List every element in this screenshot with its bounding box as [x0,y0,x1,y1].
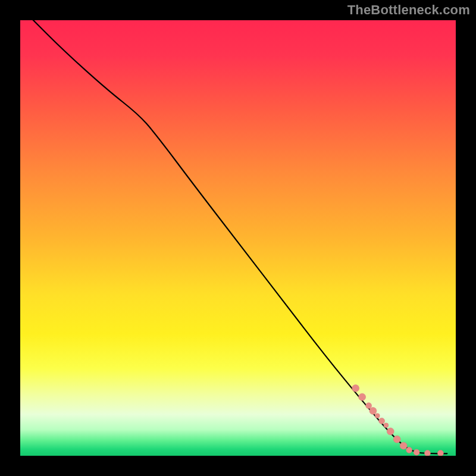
data-point [369,408,377,415]
data-point [352,385,359,392]
data-point [379,418,385,424]
curve-layer [20,20,456,456]
data-point [359,393,366,400]
bottleneck-curve [29,20,447,453]
data-point [366,403,372,409]
plot-area [20,20,456,456]
data-point [393,436,400,443]
data-point [384,423,389,428]
data-point [437,450,443,456]
watermark-text: TheBottleneck.com [347,2,470,18]
data-points [352,385,444,456]
chart-stage: TheBottleneck.com [0,0,476,476]
data-point [375,414,380,418]
data-point [424,450,430,456]
data-point [400,442,407,449]
data-point [387,428,394,435]
data-point [406,447,412,453]
data-point [414,449,419,455]
